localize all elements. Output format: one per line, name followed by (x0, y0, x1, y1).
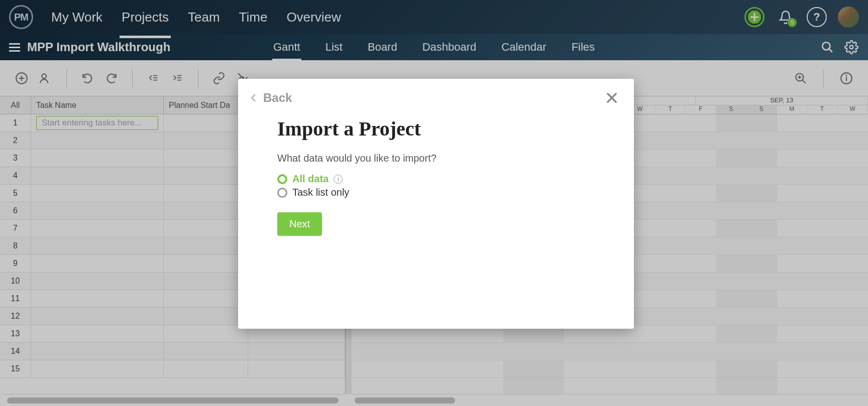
option-label: All data (292, 173, 329, 185)
modal-title: Import a Project (277, 117, 595, 141)
back-label: Back (263, 91, 292, 105)
import-option-task-list-only[interactable]: Task list only (277, 187, 595, 198)
chevron-left-icon (249, 91, 258, 105)
radio-icon (277, 188, 287, 198)
import-option-all-data[interactable]: All datai (277, 173, 595, 185)
modal-back-button[interactable]: Back (249, 91, 292, 105)
modal-subtitle: What data would you like to import? (277, 153, 595, 164)
close-icon (605, 91, 619, 105)
modal-close-button[interactable] (605, 91, 619, 105)
next-button[interactable]: Next (277, 212, 322, 236)
radio-icon (277, 174, 287, 184)
option-label: Task list only (292, 187, 349, 198)
import-modal: Back Import a Project What data would yo… (238, 79, 634, 329)
info-icon[interactable]: i (334, 175, 343, 184)
